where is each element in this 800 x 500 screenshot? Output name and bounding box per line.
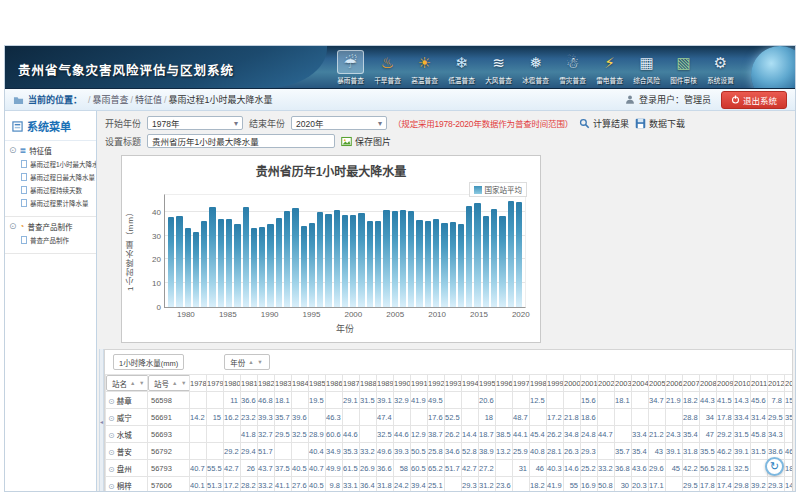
sidebar-item[interactable]: 暴雨过程1小时最大降水量 [21, 159, 94, 169]
row-expand-icon[interactable]: ⊙ [108, 465, 115, 474]
bar-1979[interactable] [176, 216, 182, 307]
bar-1980[interactable] [185, 228, 191, 307]
bar-1981[interactable] [193, 232, 199, 307]
year-column-header[interactable]: 1994 [462, 375, 479, 392]
bar-2002[interactable] [367, 221, 373, 307]
nav-item-rainstorm-survey[interactable]: ☔暴雨普查 [332, 49, 369, 85]
year-column-header[interactable]: 1983 [275, 375, 292, 392]
year-column-header[interactable]: 2010 [734, 375, 751, 392]
bar-1985[interactable] [226, 219, 232, 307]
year-column-header[interactable]: 1985 [309, 375, 326, 392]
year-column-header[interactable]: 1992 [428, 375, 445, 392]
year-column-header[interactable]: 2012 [768, 375, 785, 392]
year-column-header[interactable]: 1984 [292, 375, 309, 392]
sidebar-group-0[interactable]: ⊙≣特征值 [9, 145, 94, 156]
year-column-header[interactable]: 1989 [377, 375, 394, 392]
year-column-header[interactable]: 1988 [360, 375, 377, 392]
year-column-header[interactable]: 2002 [598, 375, 615, 392]
bar-1984[interactable] [218, 219, 224, 307]
year-column-header[interactable]: 2008 [700, 375, 717, 392]
nav-item-low-temp-survey[interactable]: ❄低温普查 [443, 49, 480, 85]
station-id-header[interactable]: 站号 ▲ ▼ [148, 375, 190, 392]
nav-item-drought-survey[interactable]: ♨干旱普查 [369, 49, 406, 85]
bar-2007[interactable] [408, 211, 414, 307]
grid-scroll-area[interactable]: 站名 ▲ ▼ 站号 ▲ ▼ 19781979198019811982198319… [105, 374, 792, 492]
bar-2009[interactable] [425, 221, 431, 307]
bar-2020[interactable] [516, 202, 522, 307]
bar-1990[interactable] [267, 224, 273, 307]
bar-1995[interactable] [309, 223, 315, 307]
year-column-header[interactable]: 2000 [564, 375, 581, 392]
breadcrumb-item[interactable]: 暴雨普查 [93, 95, 129, 105]
bar-1999[interactable] [342, 215, 348, 307]
bar-2019[interactable] [508, 201, 514, 307]
bar-2011[interactable] [441, 223, 447, 307]
bar-2010[interactable] [433, 219, 439, 307]
bar-2013[interactable] [458, 224, 464, 307]
bar-1983[interactable] [209, 207, 215, 307]
year-column-header[interactable]: 2011 [751, 375, 768, 392]
year-column-header[interactable]: 1995 [479, 375, 496, 392]
sidebar-item[interactable]: 普查产品制作 [21, 235, 94, 245]
nav-item-hail-survey[interactable]: ❅冰雹普查 [517, 49, 554, 85]
breadcrumb-item[interactable]: 特征值 [135, 95, 162, 105]
year-column-header[interactable]: 2001 [581, 375, 598, 392]
nav-item-lightning-survey[interactable]: ⚡雷电普查 [591, 49, 628, 85]
bar-2018[interactable] [499, 216, 505, 308]
row-expand-icon[interactable]: ⊙ [108, 431, 115, 440]
year-column-header[interactable]: 1996 [496, 375, 513, 392]
year-column-header[interactable]: 2006 [666, 375, 683, 392]
nav-item-map-review[interactable]: ▧图件审核 [665, 49, 702, 85]
year-column-header[interactable]: 1998 [530, 375, 547, 392]
download-button[interactable]: 数据下载 [635, 117, 685, 130]
year-column-header[interactable]: 2013 [785, 375, 793, 392]
year-column-header[interactable]: 2003 [615, 375, 632, 392]
nav-item-snow-survey[interactable]: ☃雪灾普查 [554, 49, 591, 85]
bar-2000[interactable] [350, 215, 356, 307]
breadcrumb-item[interactable]: 暴雨过程1小时最大降水量 [169, 95, 273, 105]
row-expand-icon[interactable]: ⊙ [108, 482, 115, 491]
bar-1988[interactable] [251, 228, 257, 307]
bar-1982[interactable] [201, 221, 207, 307]
bar-2001[interactable] [358, 213, 364, 307]
bar-2008[interactable] [416, 220, 422, 307]
year-column-header[interactable]: 1999 [547, 375, 564, 392]
bar-1994[interactable] [301, 226, 307, 307]
bar-2005[interactable] [392, 211, 398, 307]
bar-1998[interactable] [334, 210, 340, 307]
bar-2004[interactable] [383, 210, 389, 307]
bar-1996[interactable] [317, 212, 323, 307]
bar-2014[interactable] [466, 206, 472, 307]
nav-item-system-settings[interactable]: ⚙系统设置 [702, 49, 739, 85]
row-expand-icon[interactable]: ⊙ [108, 397, 115, 406]
bar-2012[interactable] [450, 222, 456, 307]
year-column-header[interactable]: 1991 [411, 375, 428, 392]
year-column-header[interactable]: 1978 [190, 375, 207, 392]
bar-1986[interactable] [234, 224, 240, 307]
save-image-button[interactable]: 保存图片 [341, 135, 391, 148]
year-column-header[interactable]: 1987 [343, 375, 360, 392]
start-year-select[interactable]: 1978年 [147, 116, 243, 130]
refresh-button[interactable]: ↻ [765, 457, 784, 476]
year-column-header[interactable]: 2007 [683, 375, 700, 392]
year-column-header[interactable]: 1980 [224, 375, 241, 392]
row-expand-icon[interactable]: ⊙ [108, 414, 115, 423]
sidebar-item[interactable]: 暴雨过程累计降水量 [21, 198, 94, 208]
year-dimension-field[interactable]: 年份 ▲ ▼ [224, 354, 269, 370]
station-name-header[interactable]: 站名 ▲ ▼ [106, 375, 148, 392]
year-column-header[interactable]: 1986 [326, 375, 343, 392]
chart-title-input[interactable] [147, 134, 335, 148]
logout-button[interactable]: 退出系统 [721, 91, 787, 109]
bar-1993[interactable] [292, 208, 298, 307]
bar-1991[interactable] [276, 218, 282, 307]
end-year-select[interactable]: 2020年 [291, 116, 387, 130]
bar-2016[interactable] [483, 216, 489, 307]
bar-1992[interactable] [284, 211, 290, 307]
bar-2015[interactable] [474, 203, 480, 307]
sidebar-item[interactable]: 暴雨过程日最大降水量 [21, 172, 94, 182]
nav-item-comprehensive-risk[interactable]: ▦综合风险 [628, 49, 665, 85]
bar-1978[interactable] [168, 217, 174, 307]
year-column-header[interactable]: 1997 [513, 375, 530, 392]
bar-2017[interactable] [491, 209, 497, 307]
year-column-header[interactable]: 1979 [207, 375, 224, 392]
